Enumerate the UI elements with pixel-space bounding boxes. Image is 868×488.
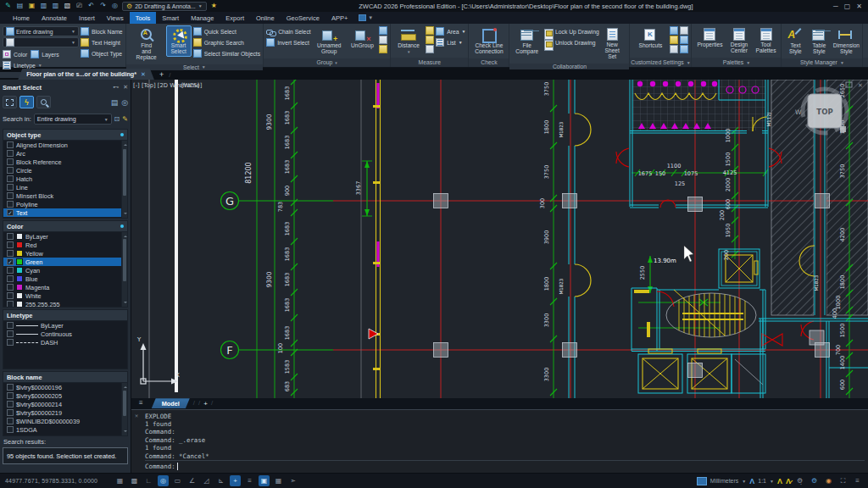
select-area-icon[interactable]: ⊡ [114, 115, 120, 123]
chain-select-button[interactable]: Chain Select [266, 26, 311, 36]
list-item[interactable]: Polyline [3, 200, 127, 208]
document-tab[interactable]: Floor plan of the s...or of the building… [18, 69, 154, 80]
viewport-wcs[interactable]: [WCS] [181, 82, 199, 89]
tab-tools[interactable]: Tools [130, 12, 157, 24]
list-item[interactable]: Block Reference [3, 158, 127, 166]
open-file-icon[interactable]: ▣ [27, 2, 36, 10]
list-item[interactable]: $lvtry$00000205 [3, 391, 127, 400]
color-list[interactable]: ByLayer Red Yellow ✓Green Cyan Blue Mage… [3, 231, 128, 308]
document-tab-close-icon[interactable]: ✕ [141, 71, 146, 78]
group-edit-icon[interactable] [379, 26, 387, 35]
select-cycling-icon[interactable]: ➣ [287, 475, 298, 486]
list-item[interactable]: MInsert Block [3, 191, 127, 200]
close-button[interactable]: ✕ [856, 3, 862, 10]
list-item[interactable]: $lvtry$00000214 [3, 400, 127, 408]
smart-select-button[interactable]: Smart Select [166, 25, 192, 57]
selected-white-line[interactable] [175, 80, 178, 392]
group-label-measure[interactable]: Measure [391, 58, 468, 67]
list-item[interactable]: Line [3, 183, 127, 191]
otrack-icon[interactable]: ◿ [201, 475, 212, 486]
list-item[interactable]: ByLayer [3, 321, 127, 330]
table-style-button[interactable]: Table Style [808, 25, 830, 57]
units-value[interactable]: Millimeters [710, 478, 738, 484]
auto-scale-icon[interactable]: Λ̷ [786, 477, 791, 485]
radius-measure-icon[interactable] [426, 45, 434, 53]
check-line-connection-button[interactable]: Check Line Connection [471, 25, 506, 57]
list-item[interactable]: DASH [3, 338, 127, 347]
list-item[interactable]: Red [3, 241, 127, 249]
group-select-icon[interactable] [379, 36, 387, 44]
find-replace-button[interactable]: A Find and Replace [129, 25, 164, 63]
distance-button[interactable]: Distance▼ [393, 25, 424, 56]
group-label-style-manager[interactable]: Style Manager▼ [782, 58, 862, 67]
select-similar-button[interactable]: Select Similar Objects [193, 48, 260, 58]
tab-export[interactable]: Export [220, 12, 250, 24]
smart-match-button[interactable]: ϟ [19, 96, 34, 108]
list-item[interactable]: $lvtry$00000219 [3, 408, 127, 417]
angle-measure-icon[interactable] [426, 36, 434, 44]
result-list-icon[interactable]: ▤ [111, 98, 119, 107]
search-in-select[interactable]: Entire drawing▼ [34, 114, 112, 125]
tab-online[interactable]: Online [250, 12, 281, 24]
favorites-icon[interactable]: ★ [209, 2, 219, 10]
list-item-selected[interactable]: ✓Text [3, 208, 127, 217]
panel-close-icon[interactable]: ✕ [123, 84, 128, 91]
filter-block-name-button[interactable]: Block Name [81, 26, 123, 36]
object-type-list[interactable]: Aligned Dimension Arc Block Reference Ci… [3, 140, 128, 219]
ungroup-button[interactable]: UnGroup [348, 25, 377, 51]
redo-icon[interactable]: ↷ [98, 2, 108, 10]
quick-select-button[interactable]: Quick Select [193, 26, 260, 36]
command-input[interactable]: Command: [145, 460, 865, 471]
custom-macro-icon[interactable] [680, 36, 688, 44]
osnap-icon[interactable]: ◎ [158, 475, 169, 486]
save-as-icon[interactable]: ▥ [51, 2, 60, 10]
list-item[interactable]: White [3, 291, 127, 300]
properties-button[interactable]: Properties [694, 25, 725, 50]
area-button[interactable]: Area▼ [436, 26, 465, 36]
lock-up-drawing-button[interactable]: Lock Up Drawing [543, 26, 596, 36]
brush-icon[interactable]: ✎ [122, 115, 128, 123]
file-compare-button[interactable]: File Compare [512, 25, 542, 57]
custom-alias-icon[interactable] [670, 36, 678, 44]
list-item[interactable]: $WINLIB2D$00000039 [3, 417, 127, 425]
tab-annotate[interactable]: Annotate [36, 12, 73, 24]
list-item[interactable]: Continuous [3, 330, 127, 338]
workspace-switcher[interactable]: ⚙ 2D Drafting & Annota... ▼ [122, 2, 207, 11]
preview-search-button[interactable] [36, 96, 51, 108]
print-icon[interactable]: ⎚ [75, 2, 84, 10]
copy-icon[interactable]: ▧ [63, 2, 72, 10]
tab-appplus[interactable]: APP+ [326, 12, 353, 24]
filter-value-input[interactable]: ▼ [3, 37, 79, 47]
drawing-canvas[interactable]: 81200 9300 9300 1683 1683 1683 1683 900 … [131, 80, 868, 398]
polar-icon[interactable]: ∠ [186, 475, 198, 486]
graphic-search-button[interactable]: Graphic Search [193, 37, 260, 47]
model-tab[interactable]: Model [152, 398, 190, 408]
list-item[interactable]: Yellow [3, 249, 127, 258]
list-item[interactable]: Arc [3, 149, 127, 158]
tab-geoservice[interactable]: GeoService [281, 12, 326, 24]
dimension-style-button[interactable]: Dimension Style [832, 25, 860, 57]
ribbon-display-toggle[interactable]: ▼ [353, 12, 378, 24]
lineweight-icon[interactable]: ▭ [172, 475, 183, 486]
tab-smart[interactable]: Smart [156, 12, 185, 24]
group-bounding-icon[interactable] [379, 45, 387, 53]
list-item[interactable]: Aligned Dimension [3, 141, 127, 149]
design-center-button[interactable]: Design Center [726, 25, 751, 56]
scrollbar[interactable] [121, 141, 127, 218]
drawing-area[interactable]: 81200 9300 9300 1683 1683 1683 1683 900 … [131, 80, 868, 398]
command-close-icon[interactable]: ✕ [135, 413, 138, 419]
maximize-button[interactable]: ▢ [844, 3, 851, 10]
group-label-check[interactable]: Check [469, 58, 509, 67]
list-item[interactable]: Circle [3, 166, 127, 175]
tab-manage[interactable]: Manage [185, 12, 220, 24]
clean-screen-icon[interactable]: ⛶ [837, 475, 849, 486]
list-item[interactable]: 1SDGA [3, 425, 127, 434]
block-name-list[interactable]: $lvtry$00000196 $lvtry$00000205 $lvtry$0… [3, 382, 128, 436]
scale-value[interactable]: 1:1 [758, 478, 766, 484]
custom-import-icon[interactable] [680, 45, 688, 53]
custom-lisp-icon[interactable] [680, 26, 688, 35]
ortho-icon[interactable]: ∟ [143, 475, 154, 486]
panel-pin-icon[interactable]: ⊷ [113, 84, 119, 91]
isolate-objects-icon[interactable]: ◉ [823, 475, 834, 486]
quick-measure-icon[interactable] [426, 26, 434, 35]
